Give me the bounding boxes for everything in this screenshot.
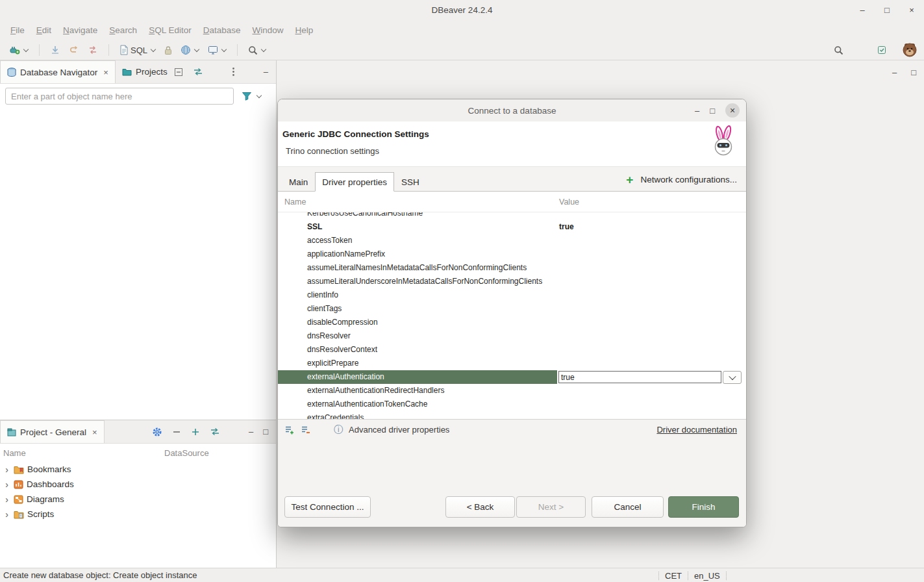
property-row[interactable]: externalAuthenticationTokenCache (278, 398, 746, 411)
menu-edit[interactable]: Edit (31, 23, 57, 38)
globe-icon (181, 45, 191, 55)
window-close-button[interactable]: × (907, 5, 916, 15)
panel-minimize-button[interactable]: – (264, 67, 268, 77)
tab-ssh[interactable]: SSH (394, 172, 427, 192)
object-filter-input[interactable] (5, 88, 234, 105)
dialog-filler (278, 440, 746, 493)
finish-button[interactable]: Finish (668, 496, 739, 518)
value-dropdown-button[interactable] (723, 371, 742, 384)
transaction-mode-button[interactable] (85, 43, 101, 57)
status-separator (688, 572, 688, 580)
search-icon (834, 45, 843, 55)
test-connection-button[interactable]: Test Connection ... (284, 496, 371, 518)
close-icon[interactable]: × (103, 68, 108, 77)
view-menu-icon[interactable] (232, 67, 235, 77)
tree-item-bookmarks[interactable]: › Bookmarks (0, 462, 276, 477)
editor-maximize-button[interactable]: □ (911, 68, 916, 77)
dialog-maximize-button[interactable]: □ (710, 106, 715, 116)
dialog-titlebar[interactable]: Connect to a database – □ × (278, 99, 746, 121)
remove-property-icon[interactable] (301, 425, 311, 435)
property-row[interactable]: accessToken (278, 234, 746, 247)
expander-icon[interactable]: › (3, 510, 10, 519)
chevron-down-icon (23, 46, 29, 51)
property-row[interactable]: KerberosUseCanonicalHostname (278, 212, 746, 220)
collapse-all-icon[interactable] (172, 427, 181, 436)
link-with-editor-icon[interactable] (210, 427, 220, 436)
rollback-button[interactable] (66, 43, 82, 57)
tab-driver-properties[interactable]: Driver properties (315, 172, 394, 192)
collapse-all-icon[interactable] (174, 68, 183, 77)
column-value[interactable]: Value (559, 197, 579, 207)
menu-file[interactable]: File (5, 23, 31, 38)
back-button[interactable]: < Back (445, 496, 515, 518)
add-property-icon[interactable] (284, 425, 295, 435)
cancel-button[interactable]: Cancel (592, 496, 664, 518)
column-name[interactable]: Name (0, 448, 164, 458)
property-row[interactable]: clientInfo (278, 288, 746, 302)
column-datasource[interactable]: DataSource (164, 448, 209, 458)
locale-indicator[interactable]: en_US (694, 571, 720, 581)
tab-database-navigator[interactable]: Database Navigator × (0, 60, 116, 83)
tab-projects[interactable]: Projects (116, 60, 174, 83)
tab-main[interactable]: Main (282, 172, 315, 192)
settings-gear-icon[interactable] (152, 427, 162, 437)
expander-icon[interactable]: › (3, 465, 10, 474)
menu-sql-editor[interactable]: SQL Editor (143, 23, 197, 38)
property-row-selected[interactable]: externalAuthentication (278, 370, 746, 384)
database-navigator-panel: Database Navigator × Projects – □ (0, 60, 276, 420)
property-row[interactable]: dnsResolver (278, 329, 746, 343)
sql-editor-button[interactable]: SQL (117, 43, 158, 57)
menu-search[interactable]: Search (103, 23, 143, 38)
tree-item-scripts[interactable]: › Scripts (0, 507, 276, 522)
user-avatar[interactable] (902, 42, 918, 58)
property-row[interactable]: clientTags (278, 302, 746, 316)
property-row[interactable]: SSLtrue (278, 220, 746, 234)
menu-navigate[interactable]: Navigate (57, 23, 103, 38)
dialog-close-button[interactable]: × (725, 103, 740, 118)
driver-documentation-link[interactable]: Driver documentation (656, 425, 737, 435)
property-name: extraCredentials (278, 411, 557, 419)
menu-window[interactable]: Window (246, 23, 289, 38)
expand-all-icon[interactable] (191, 427, 200, 436)
tasks-button[interactable] (874, 43, 890, 57)
timezone-indicator[interactable]: CET (665, 571, 682, 581)
property-row[interactable]: explicitPrepare (278, 357, 746, 370)
property-row[interactable]: extraCredentials (278, 411, 746, 419)
lock-button[interactable] (162, 44, 175, 57)
panel-minimize-button[interactable]: – (249, 427, 253, 436)
dialog-minimize-button[interactable]: – (695, 106, 699, 116)
menu-database[interactable]: Database (197, 23, 247, 38)
tree-item-diagrams[interactable]: › Diagrams (0, 492, 276, 507)
network-configurations-button[interactable]: + Network configurations... (626, 167, 737, 192)
expander-icon[interactable]: › (3, 480, 10, 489)
commit-button[interactable] (47, 43, 63, 57)
dialog-header-subtitle: Trino connection settings (282, 146, 737, 156)
property-row[interactable]: disableCompression (278, 316, 746, 329)
tab-project-general[interactable]: Project - General × (0, 420, 105, 443)
browser-button[interactable] (178, 43, 202, 57)
window-minimize-button[interactable]: – (858, 5, 867, 15)
property-value-input[interactable] (558, 371, 721, 383)
property-row[interactable]: externalAuthenticationRedirectHandlers (278, 384, 746, 398)
column-name[interactable]: Name (278, 197, 306, 207)
quick-search-button[interactable] (245, 44, 269, 57)
editor-minimize-button[interactable]: – (892, 68, 897, 77)
filter-options-button[interactable] (242, 92, 262, 101)
checklist-icon (877, 45, 887, 55)
window-maximize-button[interactable]: □ (882, 5, 892, 15)
property-row[interactable]: dnsResolverContext (278, 343, 746, 357)
menu-help[interactable]: Help (290, 23, 319, 38)
property-row[interactable]: assumeLiteralNamesInMetadataCallsForNonC… (278, 261, 746, 275)
global-search-button[interactable] (831, 44, 846, 57)
property-name: assumeLiteralNamesInMetadataCallsForNonC… (278, 261, 557, 275)
new-connection-button[interactable] (6, 43, 31, 57)
property-row[interactable]: applicationNamePrefix (278, 247, 746, 261)
tree-item-dashboards[interactable]: › Dashboards (0, 477, 276, 492)
link-with-editor-icon[interactable] (193, 67, 203, 77)
panel-maximize-button[interactable]: □ (263, 427, 268, 436)
close-icon[interactable]: × (92, 427, 97, 437)
navigator-filter-row (0, 84, 276, 107)
property-row[interactable]: assumeLiteralUnderscoreInMetadataCallsFo… (278, 275, 746, 288)
expander-icon[interactable]: › (3, 495, 10, 504)
data-transfer-button[interactable] (205, 43, 229, 57)
